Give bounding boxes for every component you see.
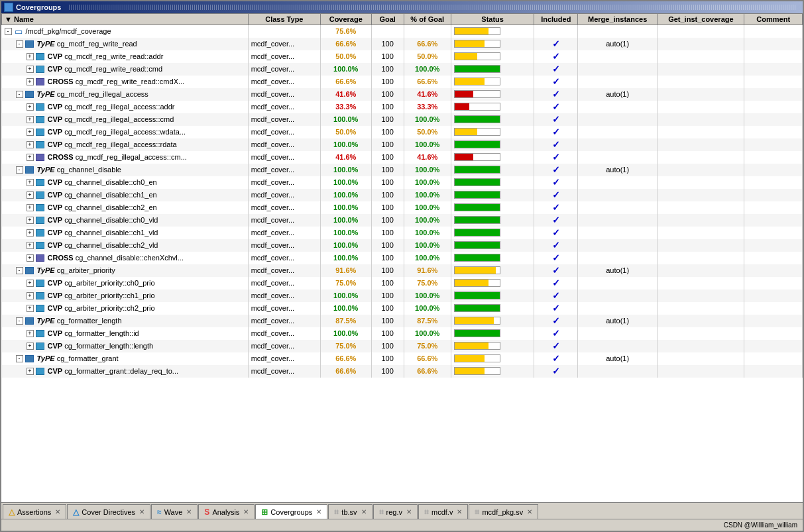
col-comment[interactable]: Comment xyxy=(744,14,803,25)
tab-close-button[interactable]: ✕ xyxy=(139,508,144,515)
expand-button[interactable]: + xyxy=(27,368,34,375)
tab-icon-assertions: △ xyxy=(9,507,15,517)
status-cell xyxy=(451,264,534,277)
table-row[interactable]: +CROSS cg_mcdf_reg_write_read::cmdX...mc… xyxy=(2,76,803,88)
table-row[interactable]: -TyPE cg_mcdf_reg_write_readmcdf_cover..… xyxy=(2,38,803,50)
expand-button[interactable]: + xyxy=(27,103,34,111)
tab-close-button[interactable]: ✕ xyxy=(186,508,192,515)
col-pct-goal[interactable]: % of Goal xyxy=(404,14,451,25)
expand-button[interactable]: + xyxy=(27,242,34,249)
col-status[interactable]: Status xyxy=(451,14,534,25)
expand-button[interactable]: + xyxy=(27,66,34,73)
table-row[interactable]: -TyPE cg_arbiter_prioritymcdf_cover...91… xyxy=(2,264,803,277)
expand-button[interactable]: - xyxy=(16,40,23,48)
tab-close-button[interactable]: ✕ xyxy=(406,508,412,515)
expand-button[interactable]: - xyxy=(16,267,23,274)
table-row[interactable]: +CVP cg_mcdf_reg_illegal_access::rdatamc… xyxy=(2,138,803,151)
get-inst-cell xyxy=(658,290,744,302)
table-row[interactable]: +CVP cg_arbiter_priority::ch2_priomcdf_c… xyxy=(2,302,803,315)
tab-close-button[interactable]: ✕ xyxy=(457,508,462,515)
col-coverage[interactable]: Coverage xyxy=(321,14,372,25)
table-row[interactable]: +CVP cg_channel_disable::ch1_vldmcdf_cov… xyxy=(2,227,803,239)
table-row[interactable]: +CVP cg_mcdf_reg_write_read::cmdmcdf_cov… xyxy=(2,63,803,76)
tab-assertions[interactable]: △Assertions✕ xyxy=(3,504,66,519)
table-row[interactable]: +CVP cg_mcdf_reg_illegal_access::cmdmcdf… xyxy=(2,113,803,126)
table-row[interactable]: -TyPE cg_channel_disablemcdf_cover...100… xyxy=(2,164,803,176)
tab-reg_v[interactable]: ⌗reg.v✕ xyxy=(373,504,418,519)
expand-button[interactable]: + xyxy=(27,292,34,299)
type-icon xyxy=(25,317,34,325)
table-row[interactable]: +CVP cg_mcdf_reg_illegal_access::wdata..… xyxy=(2,126,803,138)
pct-goal-cell: 100.0% xyxy=(404,327,451,340)
expand-button[interactable]: - xyxy=(16,166,23,174)
table-row[interactable]: +CROSS cg_channel_disable::chenXchvl...m… xyxy=(2,252,803,264)
table-row[interactable]: -TyPE cg_formatter_lengthmcdf_cover...87… xyxy=(2,315,803,327)
expand-button[interactable]: + xyxy=(27,343,34,350)
table-row[interactable]: +CVP cg_channel_disable::ch0_vldmcdf_cov… xyxy=(2,214,803,227)
table-row[interactable]: +CVP cg_formatter_grant::delay_req_to...… xyxy=(2,365,803,378)
col-name[interactable]: ▼ Name xyxy=(2,14,249,25)
expand-button[interactable]: + xyxy=(27,116,34,123)
expand-button[interactable]: + xyxy=(27,330,34,337)
table-row[interactable]: +CVP cg_channel_disable::ch2_vldmcdf_cov… xyxy=(2,239,803,252)
tab-covergroups[interactable]: ⊞Covergroups✕ xyxy=(255,504,327,519)
tab-close-button[interactable]: ✕ xyxy=(361,508,367,515)
expand-button[interactable]: + xyxy=(27,53,34,60)
expand-button[interactable]: - xyxy=(16,317,23,325)
table-container[interactable]: ▼ Name Class Type Coverage Goal % of Goa… xyxy=(1,13,803,502)
expand-button[interactable]: + xyxy=(27,141,34,148)
goal-cell: 100 xyxy=(371,239,404,252)
get-inst-cell xyxy=(658,201,744,214)
expand-button[interactable]: + xyxy=(27,280,34,287)
expand-button[interactable]: + xyxy=(27,254,34,262)
col-class[interactable]: Class Type xyxy=(248,14,320,25)
table-row[interactable]: +CVP cg_channel_disable::ch0_enmcdf_cove… xyxy=(2,176,803,189)
expand-button[interactable]: - xyxy=(5,28,12,35)
table-row[interactable]: +CVP cg_channel_disable::ch1_enmcdf_cove… xyxy=(2,189,803,201)
expand-button[interactable]: + xyxy=(27,204,34,211)
col-included[interactable]: Included xyxy=(534,14,578,25)
tab-cover_directives[interactable]: △Cover Directives✕ xyxy=(67,504,150,519)
tab-wave[interactable]: ≈Wave✕ xyxy=(151,504,198,519)
expand-button[interactable]: - xyxy=(16,91,23,98)
table-row[interactable]: -▭/mcdf_pkg/mcdf_coverage75.6% xyxy=(2,25,803,38)
table-row[interactable]: +CVP cg_formatter_length::lengthmcdf_cov… xyxy=(2,340,803,352)
expand-button[interactable]: - xyxy=(16,355,23,362)
row-name: CVP cg_mcdf_reg_illegal_access::rdata xyxy=(48,140,177,148)
merge-cell xyxy=(578,25,658,38)
expand-button[interactable]: + xyxy=(27,78,34,85)
merge-cell xyxy=(578,50,658,63)
col-goal[interactable]: Goal xyxy=(371,14,404,25)
tab-tb_sv[interactable]: ⌗tb.sv✕ xyxy=(328,504,372,519)
tab-mcdf_v[interactable]: ⌗mcdf.v✕ xyxy=(418,504,468,519)
col-get-inst[interactable]: Get_inst_coverage xyxy=(658,14,744,25)
table-row[interactable]: +CVP cg_formatter_length::idmcdf_cover..… xyxy=(2,327,803,340)
row-name: TyPE cg_arbiter_priority xyxy=(37,266,115,274)
expand-button[interactable]: + xyxy=(27,229,34,237)
table-row[interactable]: +CVP cg_arbiter_priority::ch0_priomcdf_c… xyxy=(2,277,803,290)
expand-button[interactable]: + xyxy=(27,305,34,312)
table-row[interactable]: -TyPE cg_formatter_grantmcdf_cover...66.… xyxy=(2,352,803,365)
tab-label: Analysis xyxy=(212,508,239,516)
tab-analysis[interactable]: SAnalysis✕ xyxy=(198,504,255,519)
table-row[interactable]: +CVP cg_mcdf_reg_write_read::addrmcdf_co… xyxy=(2,50,803,63)
table-row[interactable]: +CVP cg_mcdf_reg_illegal_access::addrmcd… xyxy=(2,101,803,113)
col-merge[interactable]: Merge_instances xyxy=(578,14,658,25)
comment-cell xyxy=(744,365,803,378)
table-row[interactable]: +CROSS cg_mcdf_reg_illegal_access::cm...… xyxy=(2,151,803,164)
tab-close-button[interactable]: ✕ xyxy=(243,508,249,515)
tab-mcdf_pkg_sv[interactable]: ⌗mcdf_pkg.sv✕ xyxy=(469,504,538,519)
expand-button[interactable]: + xyxy=(27,129,34,136)
tab-close-button[interactable]: ✕ xyxy=(55,508,60,515)
table-row[interactable]: +CVP cg_arbiter_priority::ch1_priomcdf_c… xyxy=(2,290,803,302)
expand-button[interactable]: + xyxy=(27,154,34,161)
expand-button[interactable]: + xyxy=(27,179,34,186)
table-row[interactable]: -TyPE cg_mcdf_reg_illegal_accessmcdf_cov… xyxy=(2,88,803,101)
expand-button[interactable]: + xyxy=(27,217,34,224)
included-cell: ✓ xyxy=(534,201,578,214)
tab-close-button[interactable]: ✕ xyxy=(316,508,321,515)
table-row[interactable]: +CVP cg_channel_disable::ch2_enmcdf_cove… xyxy=(2,201,803,214)
expand-button[interactable]: + xyxy=(27,191,34,199)
tab-close-button[interactable]: ✕ xyxy=(527,508,532,515)
progress-bar xyxy=(454,292,500,299)
